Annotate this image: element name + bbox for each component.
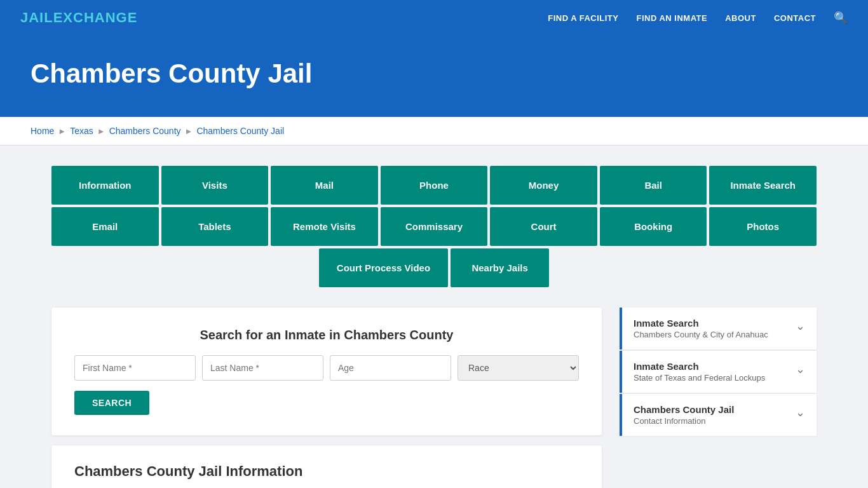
btn-email[interactable]: Email (51, 207, 159, 246)
sidebar-item-contact-info[interactable]: Chambers County Jail Contact Information… (620, 394, 817, 436)
chevron-down-icon-2: ⌄ (796, 362, 805, 376)
info-section: Chambers County Jail Information (51, 445, 602, 488)
breadcrumb-texas[interactable]: Texas (70, 126, 93, 136)
btn-court-process-video[interactable]: Court Process Video (319, 248, 448, 287)
breadcrumb: Home ► Texas ► Chambers County ► Chamber… (31, 126, 837, 136)
sidebar-title-3: Chambers County Jail (634, 404, 734, 415)
breadcrumb-bar: Home ► Texas ► Chambers County ► Chamber… (0, 117, 868, 146)
sidebar-title-1: Inmate Search (634, 318, 768, 329)
btn-court[interactable]: Court (490, 207, 597, 246)
chevron-down-icon-3: ⌄ (796, 405, 805, 419)
breadcrumb-sep-1: ► (58, 126, 66, 136)
breadcrumb-chambers-county[interactable]: Chambers County (109, 126, 181, 136)
navbar: JAILEXCHANGE FIND A FACILITY FIND AN INM… (0, 0, 868, 36)
button-grid-row1: Information Visits Mail Phone Money Bail… (51, 166, 817, 205)
btn-bail[interactable]: Bail (600, 166, 707, 205)
nav-links: FIND A FACILITY FIND AN INMATE ABOUT CON… (548, 11, 848, 25)
breadcrumb-home[interactable]: Home (31, 126, 54, 136)
btn-inmate-search[interactable]: Inmate Search (709, 166, 817, 205)
sidebar: Inmate Search Chambers County & City of … (620, 308, 817, 488)
btn-commissary[interactable]: Commissary (381, 207, 488, 246)
search-title: Search for an Inmate in Chambers County (74, 328, 579, 342)
logo-part2: EXCHANGE (53, 10, 138, 25)
page-title: Chambers County Jail (31, 58, 837, 89)
button-grid-row2: Email Tablets Remote Visits Commissary C… (51, 207, 817, 246)
btn-tablets[interactable]: Tablets (161, 207, 269, 246)
race-select[interactable]: Race White Black Hispanic Asian Other (458, 355, 579, 381)
btn-money[interactable]: Money (490, 166, 597, 205)
lower-section: Search for an Inmate in Chambers County … (51, 308, 817, 488)
btn-booking[interactable]: Booking (600, 207, 707, 246)
sidebar-subtitle-2: State of Texas and Federal Lockups (634, 373, 765, 383)
btn-remote-visits[interactable]: Remote Visits (271, 207, 378, 246)
logo[interactable]: JAILEXCHANGE (20, 10, 137, 26)
chevron-down-icon-1: ⌄ (796, 319, 805, 333)
logo-part1: JAIL (20, 10, 53, 25)
search-card: Search for an Inmate in Chambers County … (51, 308, 602, 435)
breadcrumb-sep-2: ► (97, 126, 105, 136)
btn-phone[interactable]: Phone (381, 166, 488, 205)
age-input[interactable] (330, 355, 451, 381)
nav-about[interactable]: ABOUT (725, 13, 756, 23)
hero-banner: Chambers County Jail (0, 36, 868, 117)
last-name-input[interactable] (202, 355, 323, 381)
nav-find-facility[interactable]: FIND A FACILITY (548, 13, 618, 23)
sidebar-item-inmate-search-chambers[interactable]: Inmate Search Chambers County & City of … (620, 308, 817, 349)
search-icon[interactable]: 🔍 (834, 11, 848, 25)
btn-photos[interactable]: Photos (709, 207, 817, 246)
main-content: Information Visits Mail Phone Money Bail… (21, 146, 847, 488)
sidebar-title-2: Inmate Search (634, 361, 765, 372)
sidebar-subtitle-1: Chambers County & City of Anahuac (634, 330, 768, 339)
sidebar-subtitle-3: Contact Information (634, 416, 734, 426)
btn-nearby-jails[interactable]: Nearby Jails (451, 248, 549, 287)
search-button[interactable]: SEARCH (74, 391, 149, 415)
nav-find-inmate[interactable]: FIND AN INMATE (636, 13, 707, 23)
btn-mail[interactable]: Mail (271, 166, 378, 205)
nav-contact[interactable]: CONTACT (774, 13, 816, 23)
button-grid-row3: Court Process Video Nearby Jails (51, 248, 817, 287)
btn-visits[interactable]: Visits (161, 166, 269, 205)
breadcrumb-sep-3: ► (185, 126, 193, 136)
search-inputs: Race White Black Hispanic Asian Other (74, 355, 579, 381)
sidebar-item-inmate-search-texas[interactable]: Inmate Search State of Texas and Federal… (620, 351, 817, 393)
first-name-input[interactable] (74, 355, 196, 381)
info-title: Chambers County Jail Information (74, 463, 579, 480)
breadcrumb-jail[interactable]: Chambers County Jail (196, 126, 284, 136)
btn-information[interactable]: Information (51, 166, 159, 205)
